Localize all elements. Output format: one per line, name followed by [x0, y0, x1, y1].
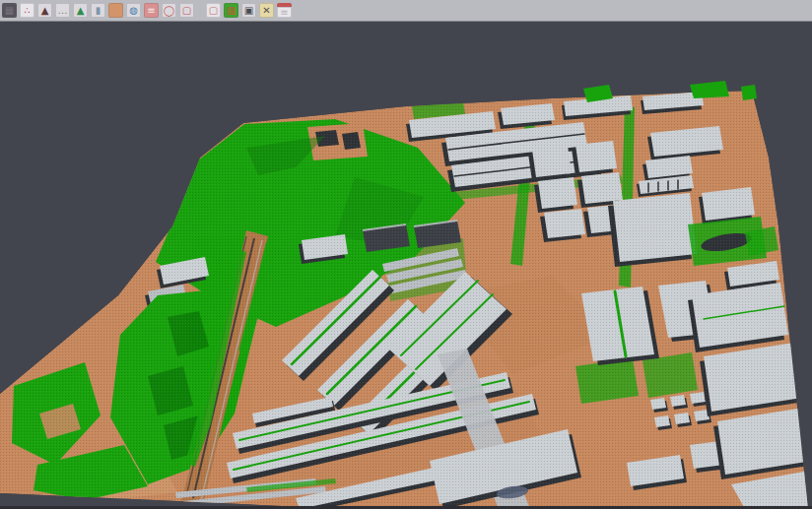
tin-terrain-icon[interactable]: ▲	[37, 3, 52, 18]
globe-3d-icon[interactable]: ◍	[126, 3, 141, 18]
application-window: ▦∴▲…▲▮◍≡◯▢▢▨▣✕≡	[0, 0, 812, 509]
rectangle-select-icon[interactable]: ▢	[179, 3, 194, 18]
point-cloud-scene[interactable]	[0, 22, 812, 509]
3d-viewport[interactable]	[0, 22, 812, 509]
snapshot-icon[interactable]: ▣	[241, 3, 256, 18]
attribute-table-icon[interactable]: ≡	[277, 3, 292, 18]
clip-region-icon[interactable]: ▢	[206, 3, 221, 18]
point-cloud-icon[interactable]: …	[55, 3, 70, 18]
circle-select-icon[interactable]: ◯	[162, 3, 176, 18]
orthophoto-icon[interactable]	[108, 3, 123, 18]
toolbar-separator	[197, 10, 206, 11]
layers-icon[interactable]: ≡	[144, 3, 159, 18]
ground-surface-icon[interactable]: ▲	[73, 3, 88, 18]
annotation-icon[interactable]: ✕	[259, 3, 274, 18]
classified-view-icon[interactable]: ▨	[224, 3, 238, 18]
dataset-tiles-icon[interactable]: ▦	[2, 3, 17, 18]
profile-view-icon[interactable]: ▮	[91, 3, 105, 18]
classify-points-icon[interactable]: ∴	[20, 3, 34, 18]
main-toolbar: ▦∴▲…▲▮◍≡◯▢▢▨▣✕≡	[0, 0, 812, 22]
